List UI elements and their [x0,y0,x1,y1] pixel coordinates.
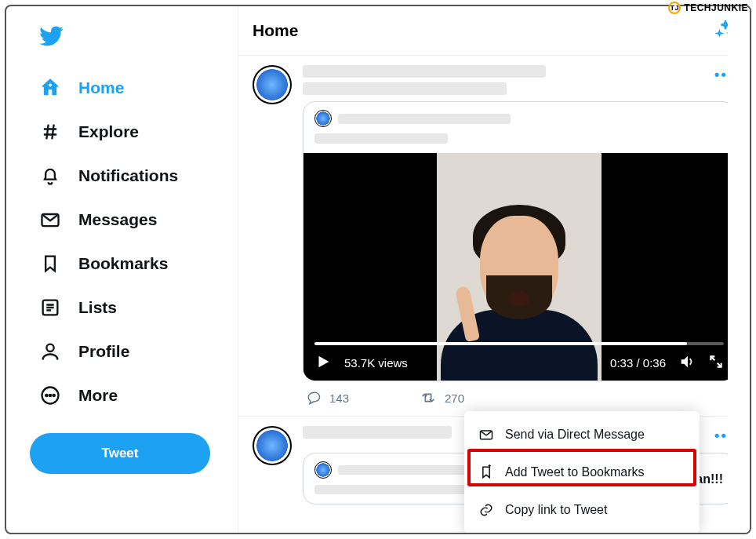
play-icon[interactable] [314,353,332,373]
nav-label: More [78,386,118,405]
retweet-count: 270 [445,392,464,405]
bell-icon [39,165,61,187]
video-player[interactable]: 53.7K views 0:33 / 0:36 [303,153,735,381]
nav-messages[interactable]: Messages [30,198,238,242]
redacted-text [338,114,511,124]
nav-home[interactable]: Home [30,66,238,110]
bird-icon [39,24,64,49]
sidebar: Home Explore Notifications Messages Book [6,6,238,533]
svg-point-5 [45,395,47,396]
watermark: TJ TECHJUNKIE [668,2,748,14]
hash-icon [39,121,61,143]
share-copy-link[interactable]: Copy link to Tweet [464,491,700,529]
video-progress-fill [314,342,687,345]
bookmark-icon [39,253,61,275]
video-progress-bar[interactable] [314,342,724,345]
video-time: 0:33 / 0:36 [610,356,666,370]
twitter-logo[interactable] [30,16,238,66]
redacted-text [303,426,452,439]
retweet-button[interactable]: 270 [420,389,464,406]
svg-point-3 [46,344,53,351]
svg-point-0 [49,84,52,87]
watermark-logo: TJ [668,2,681,14]
reply-button[interactable]: 143 [306,389,349,406]
quoted-tweet[interactable]: 53.7K views 0:33 / 0:36 [303,101,736,381]
nav-label: Bookmarks [78,254,168,273]
nav-explore[interactable]: Explore [30,110,238,154]
nav-bookmarks[interactable]: Bookmarks [30,242,238,286]
right-margin [728,6,750,533]
envelope-icon [39,209,61,231]
svg-point-6 [49,395,51,396]
avatar [314,110,332,127]
tweet[interactable]: ••• [238,56,750,417]
nav-more[interactable]: More [30,373,238,417]
redacted-text [314,133,448,144]
nav-label: Home [78,78,124,97]
share-bookmark-label: Add Tweet to Bookmarks [505,465,645,479]
share-dm-label: Send via Direct Message [505,428,645,442]
avatar [314,461,332,479]
profile-icon [39,341,61,362]
share-bookmark[interactable]: Add Tweet to Bookmarks [464,453,700,491]
video-controls: 53.7K views 0:33 / 0:36 [303,342,735,381]
avatar[interactable] [253,65,292,104]
video-views: 53.7K views [344,356,408,370]
share-copy-label: Copy link to Tweet [505,503,607,517]
nav-label: Notifications [78,166,178,185]
watermark-text: TECHJUNKIE [684,2,748,13]
tweet-actions: 143 270 [303,381,736,406]
page-title: Home [253,21,298,40]
home-icon [39,77,61,99]
redacted-text [303,82,507,95]
bookmark-add-icon [478,464,494,480]
share-menu: Send via Direct Message Add Tweet to Boo… [464,411,700,534]
more-icon [39,384,61,406]
share-dm[interactable]: Send via Direct Message [464,416,700,453]
tweet-button[interactable]: Tweet [30,433,210,474]
nav-label: Lists [78,298,117,317]
volume-icon[interactable] [678,353,696,373]
nav-label: Messages [78,210,157,229]
nav-label: Profile [78,342,129,361]
reply-count: 143 [329,392,349,405]
nav-profile[interactable]: Profile [30,330,238,373]
lists-icon [39,297,61,319]
avatar[interactable] [253,426,292,465]
redacted-text [303,65,546,78]
link-icon [478,502,494,518]
svg-point-7 [53,395,55,396]
nav-label: Explore [78,122,139,141]
nav-lists[interactable]: Lists [30,286,238,330]
envelope-icon [478,427,494,442]
fullscreen-icon[interactable] [708,354,724,372]
nav-notifications[interactable]: Notifications [30,154,238,198]
